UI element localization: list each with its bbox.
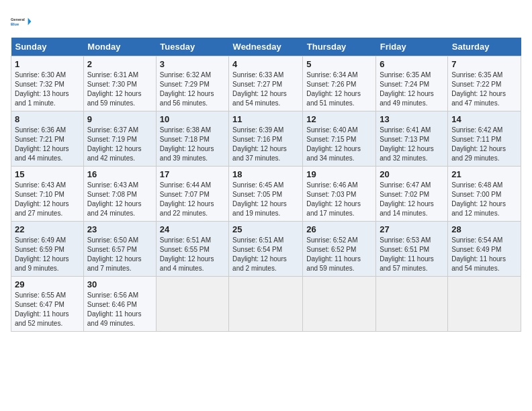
calendar-week-row: 8Sunrise: 6:36 AM Sunset: 7:21 PM Daylig… <box>11 111 521 167</box>
calendar-cell: 4Sunrise: 6:33 AM Sunset: 7:27 PM Daylig… <box>229 56 303 111</box>
calendar-cell: 23Sunrise: 6:50 AM Sunset: 6:57 PM Dayli… <box>83 222 156 277</box>
svg-text:Blue: Blue <box>11 22 19 26</box>
day-info: Sunrise: 6:38 AM Sunset: 7:18 PM Dayligh… <box>160 126 225 163</box>
svg-marker-2 <box>28 17 32 25</box>
calendar-week-row: 1Sunrise: 6:30 AM Sunset: 7:32 PM Daylig… <box>11 56 521 111</box>
day-number: 29 <box>15 279 80 289</box>
day-number: 17 <box>160 169 225 179</box>
calendar-cell: 6Sunrise: 6:35 AM Sunset: 7:24 PM Daylig… <box>376 56 448 111</box>
calendar-cell: 25Sunrise: 6:51 AM Sunset: 6:54 PM Dayli… <box>229 222 303 277</box>
weekday-header: Friday <box>376 38 448 56</box>
day-number: 4 <box>232 59 299 69</box>
day-number: 1 <box>15 59 80 69</box>
day-info: Sunrise: 6:31 AM Sunset: 7:30 PM Dayligh… <box>87 71 152 108</box>
svg-text:General: General <box>11 17 25 21</box>
day-number: 16 <box>87 169 152 179</box>
day-info: Sunrise: 6:32 AM Sunset: 7:29 PM Dayligh… <box>160 71 225 108</box>
day-info: Sunrise: 6:56 AM Sunset: 6:46 PM Dayligh… <box>87 291 152 328</box>
weekday-header: Sunday <box>11 38 84 56</box>
day-number: 14 <box>451 114 517 124</box>
day-number: 10 <box>160 114 225 124</box>
calendar-cell: 15Sunrise: 6:43 AM Sunset: 7:10 PM Dayli… <box>11 167 84 222</box>
day-number: 21 <box>451 169 517 179</box>
day-number: 23 <box>87 224 152 234</box>
day-info: Sunrise: 6:35 AM Sunset: 7:22 PM Dayligh… <box>451 71 517 108</box>
calendar-cell: 24Sunrise: 6:51 AM Sunset: 6:55 PM Dayli… <box>156 222 228 277</box>
day-number: 19 <box>306 169 372 179</box>
calendar-cell: 30Sunrise: 6:56 AM Sunset: 6:46 PM Dayli… <box>83 277 156 332</box>
calendar-cell: 27Sunrise: 6:53 AM Sunset: 6:51 PM Dayli… <box>376 222 448 277</box>
day-number: 30 <box>87 279 152 289</box>
weekday-header: Tuesday <box>156 38 228 56</box>
day-number: 13 <box>380 114 444 124</box>
day-number: 8 <box>15 114 80 124</box>
calendar-cell <box>156 277 228 332</box>
day-info: Sunrise: 6:52 AM Sunset: 6:52 PM Dayligh… <box>306 236 372 273</box>
day-info: Sunrise: 6:30 AM Sunset: 7:32 PM Dayligh… <box>15 71 80 108</box>
day-info: Sunrise: 6:35 AM Sunset: 7:24 PM Dayligh… <box>380 71 444 108</box>
day-number: 7 <box>451 59 517 69</box>
calendar-cell <box>303 277 376 332</box>
day-info: Sunrise: 6:43 AM Sunset: 7:08 PM Dayligh… <box>87 181 152 218</box>
calendar-cell: 10Sunrise: 6:38 AM Sunset: 7:18 PM Dayli… <box>156 111 228 167</box>
calendar-body: 1Sunrise: 6:30 AM Sunset: 7:32 PM Daylig… <box>11 56 521 332</box>
day-number: 26 <box>306 224 372 234</box>
calendar-cell: 14Sunrise: 6:42 AM Sunset: 7:11 PM Dayli… <box>448 111 521 167</box>
day-info: Sunrise: 6:51 AM Sunset: 6:54 PM Dayligh… <box>232 236 299 273</box>
weekday-header: Monday <box>83 38 156 56</box>
calendar-cell: 17Sunrise: 6:44 AM Sunset: 7:07 PM Dayli… <box>156 167 228 222</box>
calendar-table: SundayMondayTuesdayWednesdayThursdayFrid… <box>11 38 521 332</box>
day-info: Sunrise: 6:37 AM Sunset: 7:19 PM Dayligh… <box>87 126 152 163</box>
day-number: 24 <box>160 224 225 234</box>
day-number: 12 <box>306 114 372 124</box>
day-info: Sunrise: 6:44 AM Sunset: 7:07 PM Dayligh… <box>160 181 225 218</box>
day-number: 9 <box>87 114 152 124</box>
calendar-cell: 13Sunrise: 6:41 AM Sunset: 7:13 PM Dayli… <box>376 111 448 167</box>
day-number: 28 <box>451 224 517 234</box>
day-info: Sunrise: 6:54 AM Sunset: 6:49 PM Dayligh… <box>451 236 517 273</box>
day-info: Sunrise: 6:49 AM Sunset: 6:59 PM Dayligh… <box>15 236 80 273</box>
calendar-cell: 26Sunrise: 6:52 AM Sunset: 6:52 PM Dayli… <box>303 222 376 277</box>
calendar-cell: 12Sunrise: 6:40 AM Sunset: 7:15 PM Dayli… <box>303 111 376 167</box>
calendar-cell: 8Sunrise: 6:36 AM Sunset: 7:21 PM Daylig… <box>11 111 84 167</box>
calendar-cell: 7Sunrise: 6:35 AM Sunset: 7:22 PM Daylig… <box>448 56 521 111</box>
calendar-cell <box>229 277 303 332</box>
day-number: 22 <box>15 224 80 234</box>
day-info: Sunrise: 6:34 AM Sunset: 7:26 PM Dayligh… <box>306 71 372 108</box>
calendar-cell: 16Sunrise: 6:43 AM Sunset: 7:08 PM Dayli… <box>83 167 156 222</box>
day-number: 20 <box>380 169 444 179</box>
day-info: Sunrise: 6:55 AM Sunset: 6:47 PM Dayligh… <box>15 291 80 328</box>
calendar-cell: 20Sunrise: 6:47 AM Sunset: 7:02 PM Dayli… <box>376 167 448 222</box>
weekday-header: Wednesday <box>229 38 303 56</box>
day-number: 3 <box>160 59 225 69</box>
calendar-week-row: 15Sunrise: 6:43 AM Sunset: 7:10 PM Dayli… <box>11 167 521 222</box>
calendar-cell: 1Sunrise: 6:30 AM Sunset: 7:32 PM Daylig… <box>11 56 84 111</box>
day-number: 11 <box>232 114 299 124</box>
calendar-cell: 28Sunrise: 6:54 AM Sunset: 6:49 PM Dayli… <box>448 222 521 277</box>
day-info: Sunrise: 6:42 AM Sunset: 7:11 PM Dayligh… <box>451 126 517 163</box>
calendar-cell <box>376 277 448 332</box>
day-info: Sunrise: 6:40 AM Sunset: 7:15 PM Dayligh… <box>306 126 372 163</box>
calendar-week-row: 29Sunrise: 6:55 AM Sunset: 6:47 PM Dayli… <box>11 277 521 332</box>
calendar-cell: 19Sunrise: 6:46 AM Sunset: 7:03 PM Dayli… <box>303 167 376 222</box>
calendar-week-row: 22Sunrise: 6:49 AM Sunset: 6:59 PM Dayli… <box>11 222 521 277</box>
day-info: Sunrise: 6:51 AM Sunset: 6:55 PM Dayligh… <box>160 236 225 273</box>
day-number: 27 <box>380 224 444 234</box>
calendar-cell <box>448 277 521 332</box>
logo: GeneralBlue <box>11 11 32 32</box>
calendar-cell: 22Sunrise: 6:49 AM Sunset: 6:59 PM Dayli… <box>11 222 84 277</box>
day-info: Sunrise: 6:48 AM Sunset: 7:00 PM Dayligh… <box>451 181 517 218</box>
day-number: 18 <box>232 169 299 179</box>
calendar-cell: 21Sunrise: 6:48 AM Sunset: 7:00 PM Dayli… <box>448 167 521 222</box>
day-info: Sunrise: 6:43 AM Sunset: 7:10 PM Dayligh… <box>15 181 80 218</box>
day-number: 5 <box>306 59 372 69</box>
calendar-cell: 11Sunrise: 6:39 AM Sunset: 7:16 PM Dayli… <box>229 111 303 167</box>
calendar-cell: 18Sunrise: 6:45 AM Sunset: 7:05 PM Dayli… <box>229 167 303 222</box>
day-info: Sunrise: 6:47 AM Sunset: 7:02 PM Dayligh… <box>380 181 444 218</box>
day-number: 6 <box>380 59 444 69</box>
day-info: Sunrise: 6:33 AM Sunset: 7:27 PM Dayligh… <box>232 71 299 108</box>
calendar-cell: 3Sunrise: 6:32 AM Sunset: 7:29 PM Daylig… <box>156 56 228 111</box>
day-info: Sunrise: 6:41 AM Sunset: 7:13 PM Dayligh… <box>380 126 444 163</box>
calendar-cell: 2Sunrise: 6:31 AM Sunset: 7:30 PM Daylig… <box>83 56 156 111</box>
day-number: 25 <box>232 224 299 234</box>
